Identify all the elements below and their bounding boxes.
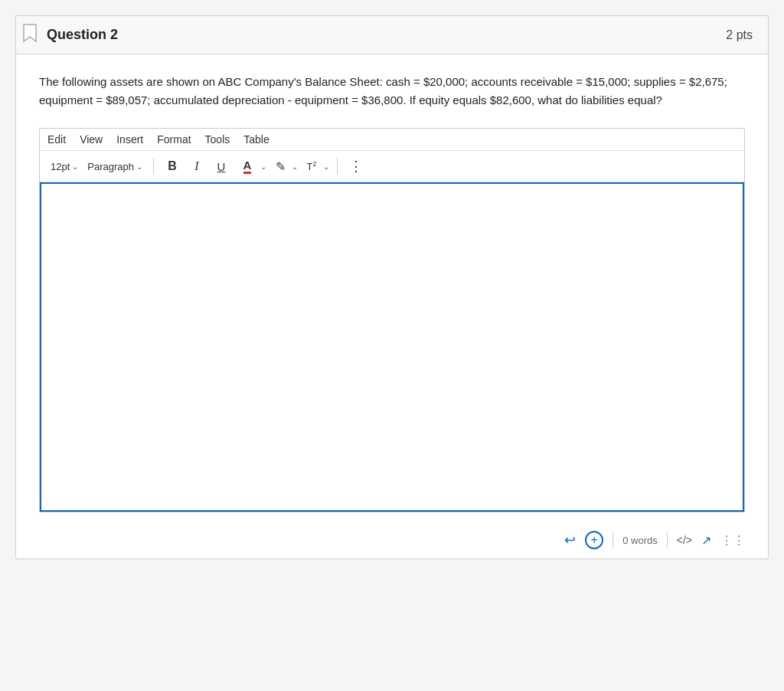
font-size-chevron: ⌄ bbox=[72, 162, 78, 171]
bookmark-icon[interactable] bbox=[16, 16, 44, 50]
undo-button[interactable]: ↩ bbox=[564, 532, 576, 549]
text-color-chevron[interactable]: ⌄ bbox=[260, 162, 266, 171]
question-body: The following assets are shown on ABC Co… bbox=[16, 54, 768, 525]
menu-tools[interactable]: Tools bbox=[205, 133, 230, 146]
highlight-group[interactable]: ✎ ⌄ bbox=[270, 156, 298, 177]
paragraph-chevron: ⌄ bbox=[136, 162, 142, 171]
paragraph-style-select[interactable]: Paragraph ⌄ bbox=[84, 159, 145, 174]
menu-table[interactable]: Table bbox=[243, 133, 269, 146]
word-count: 0 words bbox=[622, 535, 658, 546]
menu-insert[interactable]: Insert bbox=[116, 133, 143, 146]
question-card: Question 2 2 pts The following assets ar… bbox=[15, 15, 769, 559]
editor-footer: ↩ + 0 words </> ↗ ⋮⋮ bbox=[16, 525, 768, 558]
toolbar-divider-1 bbox=[153, 158, 154, 175]
superscript-chevron[interactable]: ⌄ bbox=[323, 162, 329, 171]
menu-view[interactable]: View bbox=[80, 133, 103, 146]
editor-toolbar: 12pt ⌄ Paragraph ⌄ B I bbox=[40, 151, 744, 182]
menu-edit[interactable]: Edit bbox=[47, 133, 66, 146]
expand-button[interactable]: ↗ bbox=[701, 533, 711, 548]
code-view-button[interactable]: </> bbox=[677, 534, 692, 546]
toolbar-divider-2 bbox=[337, 158, 338, 175]
page-container: Question 2 2 pts The following assets ar… bbox=[0, 15, 784, 559]
question-header: Question 2 2 pts bbox=[16, 16, 768, 54]
text-color-group[interactable]: A ⌄ bbox=[235, 156, 266, 177]
add-button[interactable]: + bbox=[585, 531, 603, 549]
superscript-button[interactable]: T2 bbox=[301, 156, 322, 177]
menu-format[interactable]: Format bbox=[157, 133, 191, 146]
font-size-select[interactable]: 12pt ⌄ bbox=[47, 159, 81, 174]
text-color-button[interactable]: A bbox=[235, 156, 260, 177]
editor-wrapper: Edit View Insert Format Tools Table 12pt… bbox=[39, 128, 745, 513]
editor-content-area[interactable] bbox=[40, 182, 744, 512]
question-title: Question 2 bbox=[47, 27, 118, 43]
editor-menubar: Edit View Insert Format Tools Table bbox=[40, 129, 744, 151]
question-points: 2 pts bbox=[726, 28, 753, 42]
superscript-group[interactable]: T2 ⌄ bbox=[301, 156, 329, 177]
question-text: The following assets are shown on ABC Co… bbox=[39, 73, 745, 110]
highlight-chevron[interactable]: ⌄ bbox=[292, 162, 298, 171]
more-options-button[interactable]: ⋮ bbox=[345, 156, 367, 177]
footer-divider-1 bbox=[612, 532, 613, 548]
highlight-button[interactable]: ✎ bbox=[270, 156, 291, 177]
bold-button[interactable]: B bbox=[162, 156, 183, 177]
italic-button[interactable]: I bbox=[186, 156, 207, 177]
drag-handle[interactable]: ⋮⋮ bbox=[720, 533, 745, 548]
footer-divider-2 bbox=[667, 532, 668, 548]
underline-button[interactable]: U bbox=[211, 156, 232, 177]
